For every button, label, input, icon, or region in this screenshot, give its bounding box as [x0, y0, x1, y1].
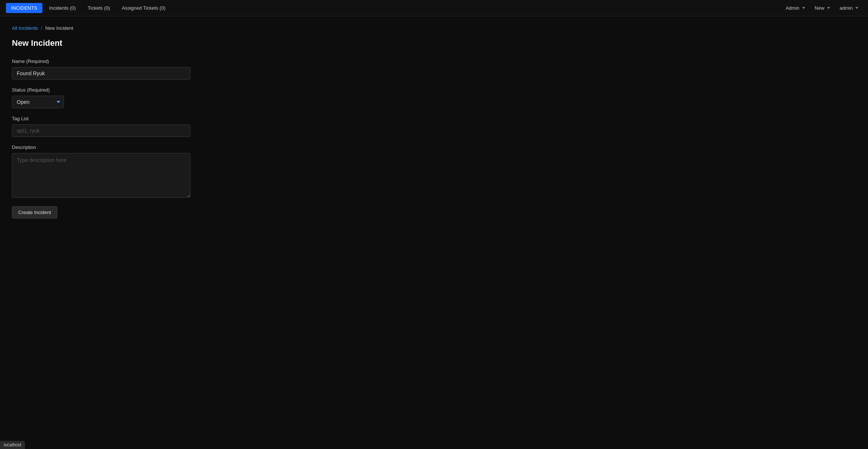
- breadcrumb-separator: /: [41, 25, 42, 31]
- new-dropdown[interactable]: New: [811, 3, 834, 13]
- main-content: All Incidents / New Incident New Inciden…: [0, 16, 335, 227]
- user-chevron-icon: [855, 7, 858, 9]
- breadcrumb-current: New Incident: [45, 25, 73, 31]
- page-title: New Incident: [12, 38, 323, 48]
- breadcrumb-parent-link[interactable]: All Incidents: [12, 25, 38, 31]
- tag-list-field-group: Tag List: [12, 116, 323, 137]
- create-incident-button[interactable]: Create Incident: [12, 206, 57, 219]
- description-label: Description: [12, 144, 323, 150]
- user-dropdown[interactable]: admin: [836, 3, 862, 13]
- status-bar: localhost: [0, 441, 25, 449]
- breadcrumb: All Incidents / New Incident: [12, 25, 323, 31]
- admin-dropdown[interactable]: Admin: [782, 3, 809, 13]
- new-chevron-icon: [827, 7, 830, 9]
- new-incident-form: Name (Required) Status (Required) Open C…: [12, 58, 323, 219]
- tag-list-label: Tag List: [12, 116, 323, 121]
- navbar-left: INCIDENTS Incidents (0) Tickets (0) Assi…: [6, 3, 171, 13]
- nav-item-tickets-count[interactable]: Tickets (0): [83, 3, 115, 13]
- status-select[interactable]: Open Closed In Progress: [12, 96, 64, 108]
- description-textarea[interactable]: [12, 153, 190, 198]
- new-label: New: [815, 5, 824, 11]
- status-label: Status (Required): [12, 87, 323, 93]
- user-label: admin: [840, 5, 853, 11]
- admin-chevron-icon: [802, 7, 805, 9]
- nav-item-incidents-count[interactable]: Incidents (0): [44, 3, 81, 13]
- name-input[interactable]: [12, 67, 190, 80]
- navbar: INCIDENTS Incidents (0) Tickets (0) Assi…: [0, 0, 868, 16]
- nav-item-assigned-tickets[interactable]: Assigned Tickets (0): [117, 3, 171, 13]
- tag-list-input[interactable]: [12, 124, 190, 137]
- name-field-group: Name (Required): [12, 58, 323, 80]
- name-label: Name (Required): [12, 58, 323, 64]
- navbar-right: Admin New admin: [782, 3, 862, 13]
- nav-item-incidents[interactable]: INCIDENTS: [6, 3, 42, 13]
- status-field-group: Status (Required) Open Closed In Progres…: [12, 87, 323, 108]
- description-field-group: Description: [12, 144, 323, 199]
- admin-label: Admin: [786, 5, 800, 11]
- status-select-wrapper: Open Closed In Progress: [12, 96, 64, 108]
